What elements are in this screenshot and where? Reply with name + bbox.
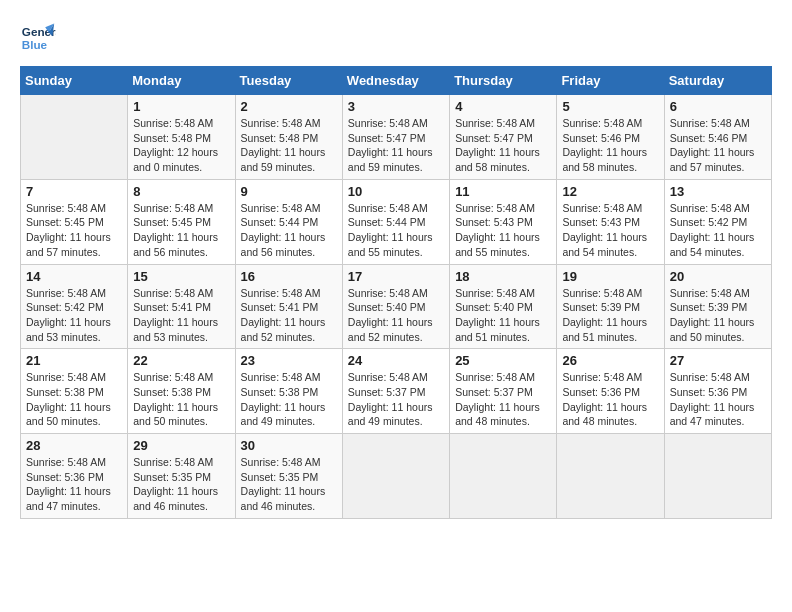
calendar-cell: 28Sunrise: 5:48 AMSunset: 5:36 PMDayligh…	[21, 434, 128, 519]
day-number: 24	[348, 353, 444, 368]
calendar-cell	[342, 434, 449, 519]
day-info: Sunrise: 5:48 AMSunset: 5:38 PMDaylight:…	[26, 370, 122, 429]
day-number: 23	[241, 353, 337, 368]
day-number: 1	[133, 99, 229, 114]
calendar-table: SundayMondayTuesdayWednesdayThursdayFrid…	[20, 66, 772, 519]
day-info: Sunrise: 5:48 AMSunset: 5:40 PMDaylight:…	[455, 286, 551, 345]
calendar-cell: 18Sunrise: 5:48 AMSunset: 5:40 PMDayligh…	[450, 264, 557, 349]
day-header-thursday: Thursday	[450, 67, 557, 95]
calendar-cell	[21, 95, 128, 180]
calendar-cell: 16Sunrise: 5:48 AMSunset: 5:41 PMDayligh…	[235, 264, 342, 349]
day-number: 12	[562, 184, 658, 199]
day-number: 17	[348, 269, 444, 284]
day-info: Sunrise: 5:48 AMSunset: 5:47 PMDaylight:…	[348, 116, 444, 175]
day-info: Sunrise: 5:48 AMSunset: 5:38 PMDaylight:…	[241, 370, 337, 429]
day-number: 16	[241, 269, 337, 284]
day-info: Sunrise: 5:48 AMSunset: 5:36 PMDaylight:…	[26, 455, 122, 514]
calendar-cell: 29Sunrise: 5:48 AMSunset: 5:35 PMDayligh…	[128, 434, 235, 519]
day-info: Sunrise: 5:48 AMSunset: 5:37 PMDaylight:…	[348, 370, 444, 429]
calendar-cell: 19Sunrise: 5:48 AMSunset: 5:39 PMDayligh…	[557, 264, 664, 349]
day-info: Sunrise: 5:48 AMSunset: 5:41 PMDaylight:…	[241, 286, 337, 345]
day-number: 9	[241, 184, 337, 199]
logo: General Blue	[20, 20, 56, 56]
day-info: Sunrise: 5:48 AMSunset: 5:47 PMDaylight:…	[455, 116, 551, 175]
day-info: Sunrise: 5:48 AMSunset: 5:42 PMDaylight:…	[26, 286, 122, 345]
calendar-cell: 15Sunrise: 5:48 AMSunset: 5:41 PMDayligh…	[128, 264, 235, 349]
day-info: Sunrise: 5:48 AMSunset: 5:46 PMDaylight:…	[670, 116, 766, 175]
day-number: 8	[133, 184, 229, 199]
day-number: 25	[455, 353, 551, 368]
day-info: Sunrise: 5:48 AMSunset: 5:48 PMDaylight:…	[133, 116, 229, 175]
calendar-header: SundayMondayTuesdayWednesdayThursdayFrid…	[21, 67, 772, 95]
day-number: 7	[26, 184, 122, 199]
day-number: 4	[455, 99, 551, 114]
day-header-wednesday: Wednesday	[342, 67, 449, 95]
day-header-monday: Monday	[128, 67, 235, 95]
day-number: 22	[133, 353, 229, 368]
day-header-friday: Friday	[557, 67, 664, 95]
day-number: 28	[26, 438, 122, 453]
day-info: Sunrise: 5:48 AMSunset: 5:35 PMDaylight:…	[133, 455, 229, 514]
calendar-week-3: 14Sunrise: 5:48 AMSunset: 5:42 PMDayligh…	[21, 264, 772, 349]
day-number: 21	[26, 353, 122, 368]
day-info: Sunrise: 5:48 AMSunset: 5:46 PMDaylight:…	[562, 116, 658, 175]
day-info: Sunrise: 5:48 AMSunset: 5:40 PMDaylight:…	[348, 286, 444, 345]
calendar-cell: 24Sunrise: 5:48 AMSunset: 5:37 PMDayligh…	[342, 349, 449, 434]
day-info: Sunrise: 5:48 AMSunset: 5:39 PMDaylight:…	[670, 286, 766, 345]
calendar-cell: 6Sunrise: 5:48 AMSunset: 5:46 PMDaylight…	[664, 95, 771, 180]
day-number: 3	[348, 99, 444, 114]
page-header: General Blue	[20, 20, 772, 56]
day-number: 14	[26, 269, 122, 284]
calendar-cell: 10Sunrise: 5:48 AMSunset: 5:44 PMDayligh…	[342, 179, 449, 264]
calendar-cell: 3Sunrise: 5:48 AMSunset: 5:47 PMDaylight…	[342, 95, 449, 180]
days-header-row: SundayMondayTuesdayWednesdayThursdayFrid…	[21, 67, 772, 95]
day-number: 11	[455, 184, 551, 199]
calendar-cell	[664, 434, 771, 519]
calendar-cell: 27Sunrise: 5:48 AMSunset: 5:36 PMDayligh…	[664, 349, 771, 434]
calendar-cell: 26Sunrise: 5:48 AMSunset: 5:36 PMDayligh…	[557, 349, 664, 434]
calendar-cell: 14Sunrise: 5:48 AMSunset: 5:42 PMDayligh…	[21, 264, 128, 349]
day-info: Sunrise: 5:48 AMSunset: 5:44 PMDaylight:…	[241, 201, 337, 260]
day-number: 5	[562, 99, 658, 114]
svg-text:Blue: Blue	[22, 38, 48, 51]
day-info: Sunrise: 5:48 AMSunset: 5:44 PMDaylight:…	[348, 201, 444, 260]
calendar-week-5: 28Sunrise: 5:48 AMSunset: 5:36 PMDayligh…	[21, 434, 772, 519]
day-header-saturday: Saturday	[664, 67, 771, 95]
day-number: 19	[562, 269, 658, 284]
day-number: 20	[670, 269, 766, 284]
calendar-cell	[450, 434, 557, 519]
calendar-cell: 4Sunrise: 5:48 AMSunset: 5:47 PMDaylight…	[450, 95, 557, 180]
day-number: 26	[562, 353, 658, 368]
day-number: 29	[133, 438, 229, 453]
calendar-cell: 7Sunrise: 5:48 AMSunset: 5:45 PMDaylight…	[21, 179, 128, 264]
calendar-cell: 25Sunrise: 5:48 AMSunset: 5:37 PMDayligh…	[450, 349, 557, 434]
day-info: Sunrise: 5:48 AMSunset: 5:45 PMDaylight:…	[133, 201, 229, 260]
calendar-cell: 9Sunrise: 5:48 AMSunset: 5:44 PMDaylight…	[235, 179, 342, 264]
calendar-cell	[557, 434, 664, 519]
calendar-body: 1Sunrise: 5:48 AMSunset: 5:48 PMDaylight…	[21, 95, 772, 519]
calendar-cell: 1Sunrise: 5:48 AMSunset: 5:48 PMDaylight…	[128, 95, 235, 180]
day-info: Sunrise: 5:48 AMSunset: 5:45 PMDaylight:…	[26, 201, 122, 260]
day-info: Sunrise: 5:48 AMSunset: 5:36 PMDaylight:…	[562, 370, 658, 429]
day-number: 6	[670, 99, 766, 114]
calendar-week-1: 1Sunrise: 5:48 AMSunset: 5:48 PMDaylight…	[21, 95, 772, 180]
day-info: Sunrise: 5:48 AMSunset: 5:36 PMDaylight:…	[670, 370, 766, 429]
calendar-cell: 21Sunrise: 5:48 AMSunset: 5:38 PMDayligh…	[21, 349, 128, 434]
day-number: 18	[455, 269, 551, 284]
calendar-week-2: 7Sunrise: 5:48 AMSunset: 5:45 PMDaylight…	[21, 179, 772, 264]
day-number: 2	[241, 99, 337, 114]
calendar-cell: 8Sunrise: 5:48 AMSunset: 5:45 PMDaylight…	[128, 179, 235, 264]
day-info: Sunrise: 5:48 AMSunset: 5:41 PMDaylight:…	[133, 286, 229, 345]
calendar-cell: 17Sunrise: 5:48 AMSunset: 5:40 PMDayligh…	[342, 264, 449, 349]
calendar-cell: 5Sunrise: 5:48 AMSunset: 5:46 PMDaylight…	[557, 95, 664, 180]
day-number: 15	[133, 269, 229, 284]
calendar-cell: 12Sunrise: 5:48 AMSunset: 5:43 PMDayligh…	[557, 179, 664, 264]
calendar-cell: 13Sunrise: 5:48 AMSunset: 5:42 PMDayligh…	[664, 179, 771, 264]
day-info: Sunrise: 5:48 AMSunset: 5:48 PMDaylight:…	[241, 116, 337, 175]
day-info: Sunrise: 5:48 AMSunset: 5:38 PMDaylight:…	[133, 370, 229, 429]
calendar-cell: 20Sunrise: 5:48 AMSunset: 5:39 PMDayligh…	[664, 264, 771, 349]
day-info: Sunrise: 5:48 AMSunset: 5:37 PMDaylight:…	[455, 370, 551, 429]
calendar-cell: 22Sunrise: 5:48 AMSunset: 5:38 PMDayligh…	[128, 349, 235, 434]
day-info: Sunrise: 5:48 AMSunset: 5:39 PMDaylight:…	[562, 286, 658, 345]
calendar-week-4: 21Sunrise: 5:48 AMSunset: 5:38 PMDayligh…	[21, 349, 772, 434]
